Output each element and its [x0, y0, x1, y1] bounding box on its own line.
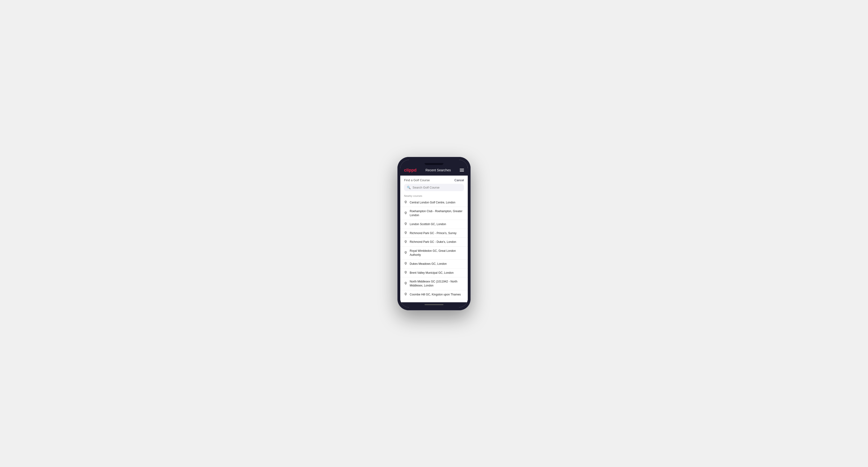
course-name: Richmond Park GC - Prince's, Surrey: [410, 231, 457, 235]
list-item[interactable]: Roehampton Club - Roehampton, Greater Lo…: [400, 207, 468, 220]
location-pin-icon: [404, 251, 407, 255]
menu-icon[interactable]: [460, 169, 464, 172]
app-header: clippd Recent Searches: [400, 165, 468, 176]
home-bar: [425, 304, 443, 305]
course-name: Central London Golf Centre, London: [410, 200, 455, 205]
course-name: Coombe Hill GC, Kingston upon Thames: [410, 292, 461, 297]
course-name: North Middlesex GC (1011942 - North Midd…: [410, 280, 464, 288]
location-pin-icon: [404, 292, 407, 297]
course-name: Brent Valley Municipal GC, London: [410, 271, 454, 275]
header-title: Recent Searches: [426, 168, 451, 172]
cancel-button[interactable]: Cancel: [455, 178, 464, 182]
find-label: Find a Golf Course: [404, 178, 430, 182]
location-pin-icon: [404, 262, 407, 266]
course-list: Central London Golf Centre, London Roeha…: [400, 198, 468, 302]
list-item[interactable]: North Middlesex GC (1011942 - North Midd…: [400, 277, 468, 290]
list-item[interactable]: Dukes Meadows GC, London: [400, 259, 468, 269]
location-pin-icon: [404, 200, 407, 205]
phone-frame: clippd Recent Searches Find a Golf Cours…: [397, 157, 471, 310]
location-pin-icon: [404, 212, 407, 215]
search-box: 🔍: [404, 184, 464, 191]
location-pin-icon: [404, 282, 407, 285]
course-name: Dukes Meadows GC, London: [410, 262, 447, 266]
section-label: Nearby courses: [400, 193, 468, 198]
course-name: Royal Wimbledon GC, Great London Authori…: [410, 249, 464, 257]
notch: [400, 163, 468, 165]
status-bar: [400, 160, 468, 163]
list-item[interactable]: Richmond Park GC - Prince's, Surrey: [400, 229, 468, 238]
location-pin-icon: [404, 222, 407, 226]
content-area: Find a Golf Course Cancel 🔍 Nearby cours…: [400, 176, 468, 302]
location-pin-icon: [404, 271, 407, 275]
course-name: London Scottish GC, London: [410, 222, 446, 226]
course-name: Richmond Park GC - Duke's, London: [410, 240, 456, 244]
list-item[interactable]: Brent Valley Municipal GC, London: [400, 269, 468, 278]
list-item[interactable]: Royal Wimbledon GC, Great London Authori…: [400, 247, 468, 259]
find-bar: Find a Golf Course Cancel: [400, 176, 468, 184]
search-icon: 🔍: [407, 186, 411, 189]
course-name: Roehampton Club - Roehampton, Greater Lo…: [410, 209, 464, 217]
app-logo: clippd: [404, 168, 416, 173]
home-indicator: [400, 302, 468, 308]
list-item[interactable]: Central London Golf Centre, London: [400, 198, 468, 207]
list-item[interactable]: Coombe Hill GC, Kingston upon Thames: [400, 290, 468, 299]
search-input[interactable]: [412, 186, 461, 189]
location-pin-icon: [404, 240, 407, 244]
location-pin-icon: [404, 231, 407, 235]
list-item[interactable]: London Scottish GC, London: [400, 220, 468, 229]
list-item[interactable]: Richmond Park GC - Duke's, London: [400, 238, 468, 247]
phone-screen: clippd Recent Searches Find a Golf Cours…: [400, 160, 468, 308]
